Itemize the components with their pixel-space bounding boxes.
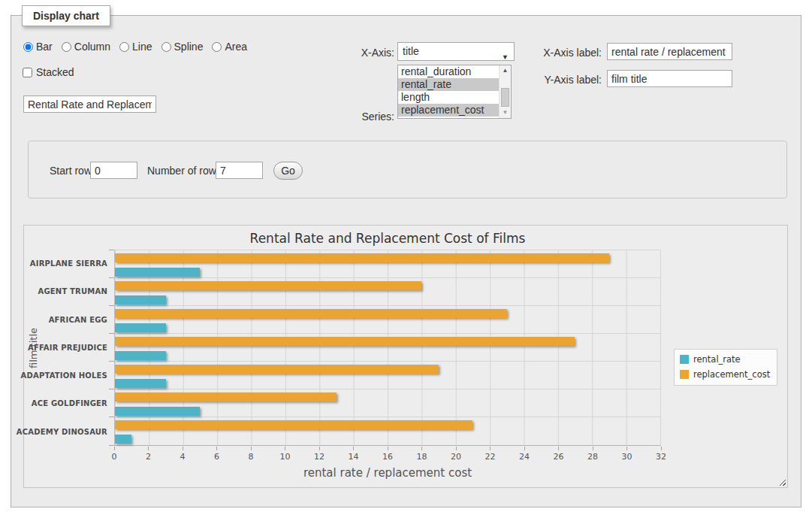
x-axis-select[interactable]: title ▼ xyxy=(397,42,515,61)
x-tick-0: 0 xyxy=(99,447,129,462)
legend-label: rental_rate xyxy=(693,354,741,365)
series-option-rental_rate[interactable]: rental_rate xyxy=(398,78,499,91)
category-label: AFFAIR PREJUDICE xyxy=(38,334,113,362)
x-tick-10: 10 xyxy=(270,447,300,462)
x-tick-20: 20 xyxy=(441,447,471,462)
chart-type-radio-line[interactable] xyxy=(119,42,129,52)
num-rows-input[interactable] xyxy=(216,162,263,179)
chart-type-option-area[interactable]: Area xyxy=(212,41,247,53)
x-axis-label-input[interactable] xyxy=(607,43,732,60)
chart-type-text: Spline xyxy=(174,41,204,53)
chart-legend: rental_ratereplacement_cost xyxy=(674,349,777,386)
chart-type-radio-area[interactable] xyxy=(212,42,222,52)
x-tick-30: 30 xyxy=(612,447,642,462)
category-label: ACADEMY DINOSAUR xyxy=(38,418,113,446)
chart-type-group: BarColumnLineSplineArea xyxy=(23,41,247,53)
plot-area xyxy=(114,250,661,446)
stacked-checkbox[interactable] xyxy=(23,68,32,77)
chart-container: Rental Rate and Replacement Cost of Film… xyxy=(23,225,788,488)
y-axis-label-label: Y-Axis label: xyxy=(530,74,602,86)
x-tick-16: 16 xyxy=(373,447,403,462)
chart-type-text: Bar xyxy=(36,41,53,53)
resize-grip-icon[interactable] xyxy=(777,477,786,486)
chart-title-input[interactable] xyxy=(23,95,156,113)
x-axis-title: rental rate / replacement cost xyxy=(114,466,661,480)
x-tick-8: 8 xyxy=(236,447,266,462)
x-tick-2: 2 xyxy=(134,447,164,462)
y-axis-label-input[interactable] xyxy=(607,70,732,87)
x-tick-32: 32 xyxy=(646,447,676,462)
chart-type-radio-bar[interactable] xyxy=(23,42,33,52)
series-option-rental_duration[interactable]: rental_duration xyxy=(398,65,499,78)
bar-replacement_cost[interactable] xyxy=(115,392,337,401)
x-tick-6: 6 xyxy=(202,447,232,462)
bar-rental_rate[interactable] xyxy=(115,379,166,388)
stacked-row: Stacked xyxy=(23,66,74,78)
scroll-down-icon[interactable]: ▼ xyxy=(500,108,511,117)
x-axis-ticks: 02468101214161820222426283032 xyxy=(114,447,661,465)
bar-replacement_cost[interactable] xyxy=(115,420,472,429)
category-label: AIRPLANE SIERRA xyxy=(38,250,113,277)
x-tick-24: 24 xyxy=(509,447,539,462)
category-labels: AIRPLANE SIERRAAGENT TRUMANAFRICAN EGGAF… xyxy=(38,250,113,446)
x-tick-26: 26 xyxy=(544,447,574,462)
chart-type-radio-column[interactable] xyxy=(62,42,71,52)
series-listbox[interactable]: ▲ ▼ rental_durationrental_ratelengthrepl… xyxy=(397,65,512,119)
display-chart-fieldset: Display chart BarColumnLineSplineArea St… xyxy=(11,15,801,507)
chart-type-text: Area xyxy=(225,41,247,53)
bar-rental_rate[interactable] xyxy=(115,268,200,277)
bar-replacement_cost[interactable] xyxy=(115,309,507,318)
scrollbar-thumb[interactable] xyxy=(501,88,509,107)
start-row-input[interactable] xyxy=(90,162,137,179)
plot-row xyxy=(115,417,660,445)
chart-type-option-bar[interactable]: Bar xyxy=(23,41,53,53)
legend-label: replacement_cost xyxy=(693,369,770,380)
scroll-up-icon[interactable]: ▲ xyxy=(500,66,511,75)
chart-type-option-line[interactable]: Line xyxy=(119,41,152,53)
bar-replacement_cost[interactable] xyxy=(115,253,609,262)
plot-row xyxy=(115,334,660,362)
legend-item-rental_rate[interactable]: rental_rate xyxy=(680,354,770,365)
chart-title: Rental Rate and Replacement Cost of Film… xyxy=(24,231,751,246)
legend-swatch xyxy=(680,355,689,364)
category-label: ADAPTATION HOLES xyxy=(38,362,113,389)
x-tick-28: 28 xyxy=(578,447,608,462)
bar-rental_rate[interactable] xyxy=(115,351,166,360)
chart-type-option-spline[interactable]: Spline xyxy=(161,41,204,53)
row-controls-box: Start row: Number of rows: Go xyxy=(28,141,787,198)
bar-replacement_cost[interactable] xyxy=(115,365,439,374)
category-label: ACE GOLDFINGER xyxy=(38,389,113,417)
plot-row xyxy=(115,306,660,334)
chart-type-radio-spline[interactable] xyxy=(161,42,171,52)
chevron-down-icon: ▼ xyxy=(502,49,509,66)
start-row-label: Start row: xyxy=(50,165,95,177)
bar-replacement_cost[interactable] xyxy=(115,337,575,346)
x-tick-14: 14 xyxy=(339,447,369,462)
category-label: AGENT TRUMAN xyxy=(38,277,113,305)
x-tick-22: 22 xyxy=(475,447,506,462)
series-option-length[interactable]: length xyxy=(398,91,499,104)
chart-type-text: Line xyxy=(132,41,152,53)
plot-row xyxy=(115,278,660,306)
bar-replacement_cost[interactable] xyxy=(115,281,421,290)
bar-rental_rate[interactable] xyxy=(115,435,131,444)
category-label: AFRICAN EGG xyxy=(38,306,113,334)
plot-row xyxy=(115,389,660,417)
bar-rental_rate[interactable] xyxy=(115,407,200,416)
series-option-replacement_cost[interactable]: replacement_cost xyxy=(398,104,499,117)
legend-item-replacement_cost[interactable]: replacement_cost xyxy=(680,369,770,380)
go-button[interactable]: Go xyxy=(273,162,303,180)
plot-row xyxy=(115,362,660,389)
stacked-label: Stacked xyxy=(36,66,74,78)
x-tick-4: 4 xyxy=(168,447,198,462)
legend-swatch xyxy=(680,370,689,379)
bar-rental_rate[interactable] xyxy=(115,295,166,304)
series-label: Series: xyxy=(331,111,394,123)
x-axis-label-label: X-Axis label: xyxy=(530,47,602,59)
bar-rental_rate[interactable] xyxy=(115,323,166,332)
num-rows-label: Number of rows: xyxy=(147,165,225,177)
x-axis-select-value: title xyxy=(403,45,419,57)
listbox-scrollbar[interactable]: ▲ ▼ xyxy=(499,65,511,118)
chart-type-option-column[interactable]: Column xyxy=(62,41,110,53)
x-axis-select-label: X-Axis: xyxy=(331,47,394,59)
